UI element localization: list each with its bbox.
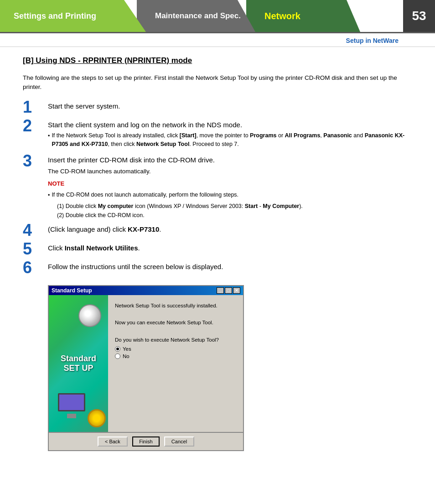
step-2-number: 2 [23, 118, 48, 134]
step-6-main: Follow the instructions until the screen… [48, 262, 412, 272]
bullet-dot: • [48, 132, 50, 149]
radio-no[interactable] [115, 353, 120, 359]
radio-no-label: No [123, 353, 129, 359]
radio-yes[interactable] [115, 346, 120, 352]
step-3-main: Insert the printer CD-ROM disk into the … [48, 155, 412, 166]
screenshot-window: Standard Setup _ □ ✕ Standard SET UP [48, 285, 244, 451]
screenshot-left-text: Standard SET UP [61, 354, 96, 373]
step-3-note-text: If the CD-ROM does not launch automatica… [52, 190, 238, 200]
gear-icon [88, 409, 106, 427]
step-6: 6 Follow the instructions until the scre… [23, 262, 412, 276]
step-3-sub1: The CD-ROM launches automatically. [48, 166, 412, 177]
maximize-button[interactable]: □ [225, 287, 232, 294]
step-3-note-bullet: • If the CD-ROM does not launch automati… [48, 190, 412, 200]
cd-icon [78, 304, 101, 327]
step-2-content: Start the client system and log on the n… [48, 120, 412, 151]
tab-maintenance[interactable]: Maintenance and Spec. [137, 0, 255, 32]
step-5-content: Click Install Network Utilites. [48, 243, 412, 255]
screenshot-msg1-block: Network Setup Tool is successfully insta… [115, 302, 236, 312]
step-5-number: 5 [23, 241, 48, 257]
step-1: 1 Start the server system. [23, 101, 412, 115]
radio-yes-label: Yes [123, 346, 131, 352]
step-5-main: Click Install Network Utilites. [48, 243, 412, 254]
intro-text: The following are the steps to set up th… [23, 73, 412, 92]
radio-group: Yes No [115, 346, 236, 359]
step-4-content: (Click language and) click KX-P7310. [48, 224, 412, 236]
step-5: 5 Click Install Network Utilites. [23, 243, 412, 257]
step-4-main: (Click language and) click KX-P7310. [48, 224, 412, 235]
step-2-bullet: • If the Network Setup Tool is already i… [48, 131, 412, 149]
subheader: Setup in NetWare [0, 33, 435, 47]
step-3-number: 3 [23, 153, 48, 169]
header: Settings and Printing Maintenance and Sp… [0, 0, 435, 33]
step-3-note-sub2-text: (2) Double click the CD-ROM icon. [57, 212, 145, 218]
monitor-stand [67, 414, 76, 418]
screenshot-body: Standard SET UP Network Setup Tool is su… [49, 295, 243, 432]
tab-network[interactable]: Network [246, 0, 360, 32]
step-4: 4 (Click language and) click KX-P7310. [23, 224, 412, 239]
step-3-content: Insert the printer CD-ROM disk into the … [48, 155, 412, 220]
step-3-note-sub2: (2) Double click the CD-ROM icon. [57, 211, 412, 220]
screenshot-msg2: Now you can execute Network Setup Tool. [115, 319, 236, 326]
step-6-content: Follow the instructions until the screen… [48, 262, 412, 274]
step-3-note-sub1: (1) Double click My computer icon (Windo… [57, 202, 412, 211]
step-4-number: 4 [23, 222, 48, 239]
tab-settings-label: Settings and Printing [14, 11, 96, 21]
screenshot-titlebar: Standard Setup _ □ ✕ [49, 286, 243, 295]
monitor-screen [58, 393, 85, 411]
monitor-icon [56, 393, 88, 418]
step-2-bullet-text: If the Network Setup Tool is already ins… [52, 131, 412, 149]
minimize-button[interactable]: _ [217, 287, 224, 294]
step-1-content: Start the server system. [48, 101, 412, 113]
radio-no-option: No [115, 353, 236, 359]
finish-button[interactable]: Finish [132, 436, 160, 447]
cancel-button[interactable]: Cancel [164, 436, 194, 447]
screenshot-msg3-block: Do you wish to execute Network Setup Too… [115, 336, 236, 361]
screenshot-msg3: Do you wish to execute Network Setup Too… [115, 336, 236, 343]
section-title: [B] Using NDS - RPRINTER (NPRINTER) mode [23, 56, 412, 65]
radio-yes-option: Yes [115, 346, 236, 352]
page-number: 53 [403, 0, 435, 32]
step-1-number: 1 [23, 99, 48, 115]
tab-settings[interactable]: Settings and Printing [0, 0, 146, 32]
step-3: 3 Insert the printer CD-ROM disk into th… [23, 155, 412, 220]
main-content: [B] Using NDS - RPRINTER (NPRINTER) mode… [0, 47, 435, 465]
step-1-text: Start the server system. [48, 101, 412, 112]
tab-network-label: Network [264, 11, 300, 21]
screenshot-msg1: Network Setup Tool is successfully insta… [115, 302, 236, 309]
close-button[interactable]: ✕ [233, 287, 240, 294]
screenshot-msg2-block: Now you can execute Network Setup Tool. [115, 319, 236, 329]
screenshot-title: Standard Setup [52, 287, 92, 294]
step-2: 2 Start the client system and log on the… [23, 120, 412, 151]
titlebar-buttons: _ □ ✕ [217, 287, 240, 294]
screenshot-footer: < Back Finish Cancel [49, 432, 243, 450]
screenshot-right-panel: Network Setup Tool is successfully insta… [108, 295, 243, 432]
screenshot-left-panel: Standard SET UP [49, 295, 108, 432]
tab-maintenance-label: Maintenance and Spec. [155, 11, 241, 21]
subheader-text: Setup in NetWare [346, 37, 399, 44]
step-6-number: 6 [23, 260, 48, 276]
back-button[interactable]: < Back [98, 436, 128, 447]
note-label: NOTE [48, 179, 412, 189]
step-2-main: Start the client system and log on the n… [48, 120, 412, 130]
